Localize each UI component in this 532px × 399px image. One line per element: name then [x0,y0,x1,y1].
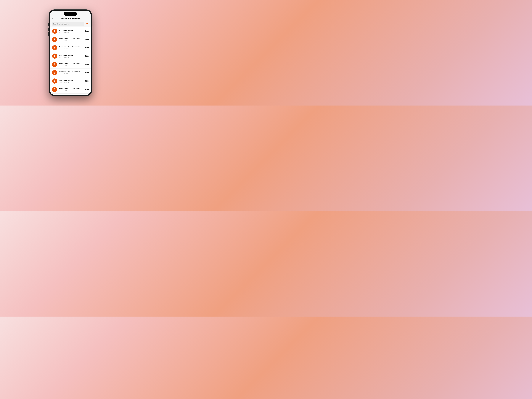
transaction-date: 04 JUL, 12:48 PM [59,73,82,75]
search-icon [81,23,82,25]
transaction-info: ABC Venue Booked04 JUL, 12:48 PM [59,54,82,58]
transaction-icon-coaching [52,70,57,75]
svg-point-12 [54,88,55,89]
transaction-item[interactable]: Cricket Coaching Classes Joined04 JUL, 1… [50,44,91,52]
transaction-info: Cricket Coaching Classes Joined04 JUL, 1… [59,71,82,75]
transaction-date: 04 JUL, 12:48 PM [59,57,82,58]
transaction-date: 04 JUL, 12:48 PM [59,65,82,66]
transaction-amount: - ₹699 [84,30,89,32]
transaction-icon-cricket [52,62,57,67]
transaction-name: Participated in Cricket Fever Event [59,88,82,89]
transaction-name: Cricket Coaching Classes Joined [59,46,82,48]
transaction-amount: - ₹299 [84,63,89,65]
header: ‹ Recent Transactions [50,16,91,21]
transaction-name: Cricket Coaching Classes Joined [59,71,82,73]
transaction-amount: - ₹699 [84,80,89,82]
search-container [50,21,91,27]
transaction-amount: - ₹699 [84,55,89,57]
transaction-name: ABC Venue Booked [59,79,82,81]
back-button[interactable]: ‹ [52,17,53,20]
transaction-item[interactable]: Participated in Cricket Fever Event04 JU… [50,85,91,94]
transaction-date: 04 JUL, 12:48 PM [59,48,82,50]
svg-point-7 [54,63,55,64]
transaction-icon-location [52,54,57,59]
transaction-icon-coaching [52,45,57,50]
transaction-info: ABC Venue Booked04 JUL, 12:48 PM [59,79,82,83]
transaction-date: 04 JUL, 12:48 PM [59,40,82,41]
search-bar[interactable] [52,22,84,26]
transaction-amount: - ₹299 [84,88,89,90]
transaction-icon-location [52,78,57,83]
transaction-item[interactable]: Participated in Cricket Fever Event04 JU… [50,60,91,69]
transaction-amount: - ₹699 [84,72,89,74]
transaction-info: Participated in Cricket Fever Event04 JU… [59,63,82,66]
transaction-amount: - ₹299 [84,38,89,40]
transaction-date: 04 JUL, 12:48 PM [59,32,82,33]
transaction-item[interactable]: ABC Venue Booked04 JUL, 12:48 PM- ₹699 [50,77,91,85]
filter-icon [86,23,89,25]
search-input[interactable] [53,23,80,25]
dynamic-island [64,12,77,16]
transaction-date: 04 JUL, 12:48 PM [59,82,82,83]
transaction-item[interactable]: Cricket Coaching Classes Joined04 JUL, 1… [50,69,91,77]
transaction-date: 04 JUL, 12:48 PM [59,90,82,91]
phone-screen: ‹ Recent Transactions [50,11,91,95]
phone-frame: ‹ Recent Transactions [49,10,92,96]
transaction-item[interactable]: ABC Venue Booked04 JUL, 12:48 PM- ₹699 [50,52,91,60]
transaction-info: Participated in Cricket Fever Event04 JU… [59,88,82,91]
transaction-name: Participated in Cricket Fever Event [59,63,82,64]
transaction-list: ABC Venue Booked04 JUL, 12:48 PM- ₹699 P… [50,27,91,95]
transaction-icon-cricket [52,87,57,92]
transaction-name: ABC Venue Booked [59,54,82,56]
svg-point-2 [54,38,55,39]
transaction-info: Participated in Cricket Fever Event04 JU… [59,38,82,41]
transaction-info: ABC Venue Booked04 JUL, 12:48 PM [59,29,82,33]
transaction-name: ABC Venue Booked [59,29,82,31]
filter-button[interactable] [85,22,89,26]
transaction-item[interactable]: ABC Venue Booked04 JUL, 12:48 PM- ₹699 [50,27,91,35]
page-title: Recent Transactions [61,17,80,20]
svg-line-1 [82,24,82,24]
transaction-name: Participated in Cricket Fever Event [59,38,82,40]
transaction-info: Cricket Coaching Classes Joined04 JUL, 1… [59,46,82,50]
transaction-item[interactable]: Participated in Cricket Fever Event04 JU… [50,35,91,44]
transaction-icon-location [52,29,57,34]
transaction-icon-cricket [52,37,57,42]
transaction-amount: - ₹699 [84,47,89,49]
